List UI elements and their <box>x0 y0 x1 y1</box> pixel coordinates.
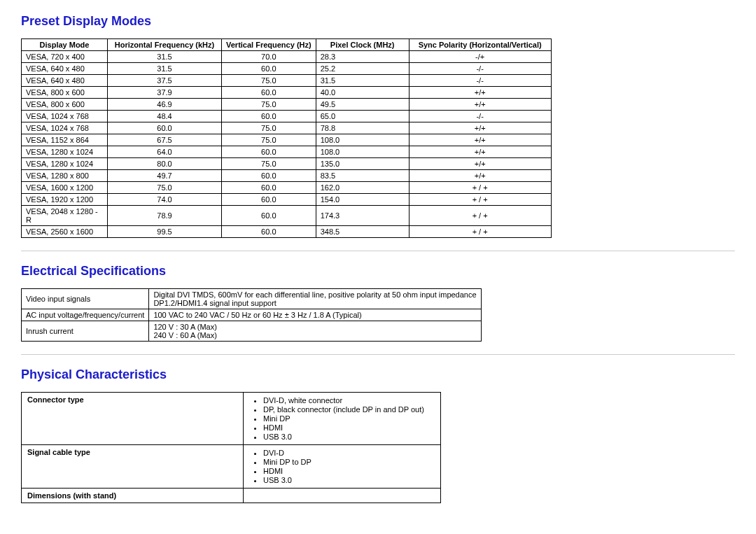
table-row: VESA, 1280 x 80049.760.083.5+/+ <box>22 170 552 182</box>
table-row: VESA, 800 x 60046.975.049.5+/+ <box>22 99 552 111</box>
table-cell: VESA, 1280 x 1024 <box>22 146 108 158</box>
table-cell: VESA, 720 x 400 <box>22 51 108 63</box>
table-row: VESA, 2048 x 1280 - R78.960.0174.3+ / + <box>22 206 552 226</box>
table-cell: 108.0 <box>316 134 409 146</box>
table-cell: 64.0 <box>108 146 222 158</box>
table-cell: VESA, 1920 x 1200 <box>22 194 108 206</box>
list-item: Mini DP to DP <box>263 458 435 466</box>
table-cell: 67.5 <box>108 134 222 146</box>
list-item: USB 3.0 <box>263 433 435 441</box>
table-cell: VESA, 2560 x 1600 <box>22 226 108 238</box>
list-item: USB 3.0 <box>263 476 435 484</box>
col-sync-polarity: Sync Polarity (Horizontal/Vertical) <box>409 39 551 51</box>
table-cell: +/+ <box>409 146 551 158</box>
table-cell: 70.0 <box>222 51 316 63</box>
table-cell: 80.0 <box>108 158 222 170</box>
table-cell: 162.0 <box>316 182 409 194</box>
table-row: VESA, 1920 x 120074.060.0154.0+ / + <box>22 194 552 206</box>
table-cell: 75.0 <box>222 99 316 111</box>
table-cell: 49.7 <box>108 170 222 182</box>
table-cell: +/+ <box>409 170 551 182</box>
table-cell: +/+ <box>409 122 551 134</box>
list-item: DP, black connector (include DP in and D… <box>263 405 435 414</box>
table-row: VESA, 720 x 40031.570.028.3-/+ <box>22 51 552 63</box>
table-cell: -/- <box>409 63 551 75</box>
table-cell: 99.5 <box>108 226 222 238</box>
table-cell: VESA, 640 x 480 <box>22 75 108 87</box>
table-cell: 74.0 <box>108 194 222 206</box>
table-cell: 60.0 <box>222 146 316 158</box>
list-item: DVI-D <box>263 449 435 457</box>
list-item: HDMI <box>263 423 435 432</box>
list-item: DVI-D, white connector <box>263 396 435 405</box>
table-cell: 60.0 <box>222 111 316 122</box>
table-cell: 49.5 <box>316 99 409 111</box>
spec-value: DVI-DMini DP to DPHDMIUSB 3.0 <box>244 445 441 489</box>
table-cell: 174.3 <box>316 206 409 226</box>
table-row: VESA, 1600 x 120075.060.0162.0+ / + <box>22 182 552 194</box>
col-pixel-clock: Pixel Clock (MHz) <box>316 39 409 51</box>
heading-preset-display-modes: Preset Display Modes <box>21 14 735 29</box>
table-cell: 108.0 <box>316 146 409 158</box>
list-item: HDMI <box>263 467 435 475</box>
table-cell: VESA, 2048 x 1280 - R <box>22 206 108 226</box>
table-cell: -/- <box>409 75 551 87</box>
table-cell: 28.3 <box>316 51 409 63</box>
table-preset-display-modes: Display Mode Horizontal Frequency (kHz) … <box>21 38 552 238</box>
table-cell: 75.0 <box>222 134 316 146</box>
table-cell: 348.5 <box>316 226 409 238</box>
table-cell: 37.9 <box>108 87 222 99</box>
table-cell: -/+ <box>409 51 551 63</box>
table-cell: 31.5 <box>108 51 222 63</box>
table-row: VESA, 1152 x 86467.575.0108.0+/+ <box>22 134 552 146</box>
col-display-mode: Display Mode <box>22 39 108 51</box>
table-cell: +/+ <box>409 87 551 99</box>
heading-physical-characteristics: Physical Characteristics <box>21 367 735 382</box>
table-cell: VESA, 1024 x 768 <box>22 122 108 134</box>
col-horizontal-frequency: Horizontal Frequency (kHz) <box>108 39 222 51</box>
table-cell: 60.0 <box>222 226 316 238</box>
table-header-row: Display Mode Horizontal Frequency (kHz) … <box>22 39 552 51</box>
table-cell: + / + <box>409 194 551 206</box>
section-divider <box>21 251 735 251</box>
table-cell: 65.0 <box>316 111 409 122</box>
spec-label: AC input voltage/frequency/current <box>22 309 149 321</box>
table-cell: 75.0 <box>108 182 222 194</box>
table-row: VESA, 1024 x 76848.460.065.0-/- <box>22 111 552 122</box>
heading-electrical-specifications: Electrical Specifications <box>21 264 735 279</box>
table-cell: VESA, 1152 x 864 <box>22 134 108 146</box>
table-row: VESA, 1280 x 102464.060.0108.0+/+ <box>22 146 552 158</box>
spec-label: Signal cable type <box>22 445 244 489</box>
table-row: VESA, 2560 x 160099.560.0348.5+ / + <box>22 226 552 238</box>
table-row: VESA, 1024 x 76860.075.078.8+/+ <box>22 122 552 134</box>
table-cell: 60.0 <box>108 122 222 134</box>
table-cell: VESA, 800 x 600 <box>22 87 108 99</box>
spec-label: Inrush current <box>22 321 149 342</box>
table-cell: 83.5 <box>316 170 409 182</box>
spec-label: Video input signals <box>22 289 149 309</box>
table-cell: 154.0 <box>316 194 409 206</box>
spec-value: 120 V : 30 A (Max) 240 V : 60 A (Max) <box>149 321 481 342</box>
table-cell: + / + <box>409 206 551 226</box>
table-cell: 31.5 <box>316 75 409 87</box>
table-cell: 46.9 <box>108 99 222 111</box>
table-cell: VESA, 1024 x 768 <box>22 111 108 122</box>
col-vertical-frequency: Vertical Frequency (Hz) <box>222 39 316 51</box>
table-cell: + / + <box>409 182 551 194</box>
table-cell: +/+ <box>409 158 551 170</box>
spec-label: Dimensions (with stand) <box>22 489 244 503</box>
table-cell: 60.0 <box>222 206 316 226</box>
table-cell: 60.0 <box>222 63 316 75</box>
table-cell: 60.0 <box>222 194 316 206</box>
table-row: VESA, 640 x 48037.575.031.5-/- <box>22 75 552 87</box>
list-item: Mini DP <box>263 414 435 423</box>
table-cell: 75.0 <box>222 122 316 134</box>
table-cell: 60.0 <box>222 170 316 182</box>
spec-label: Connector type <box>22 393 244 445</box>
table-cell: +/+ <box>409 99 551 111</box>
spec-value <box>244 489 441 503</box>
section-divider <box>21 354 735 355</box>
table-cell: 25.2 <box>316 63 409 75</box>
table-cell: 40.0 <box>316 87 409 99</box>
table-row: VESA, 1280 x 102480.075.0135.0+/+ <box>22 158 552 170</box>
